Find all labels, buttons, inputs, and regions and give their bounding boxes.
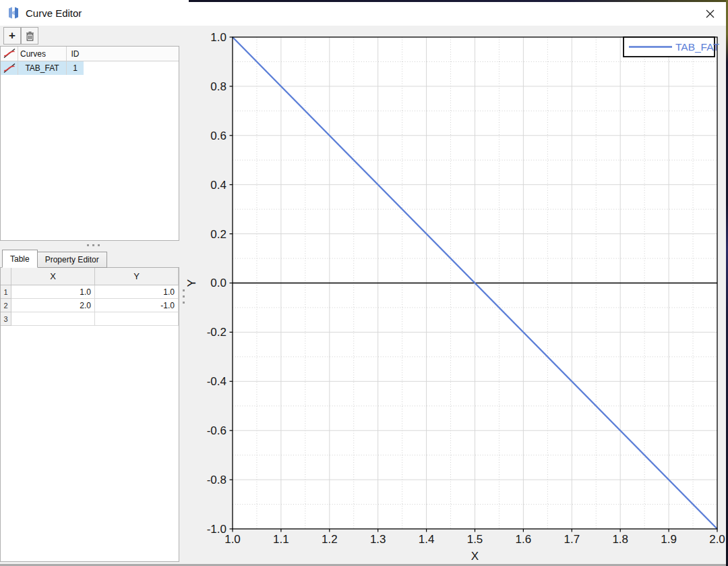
window-titlebar: Curve Editor	[0, 0, 726, 26]
row-number: 3	[1, 312, 11, 326]
legend-entry-label: TAB_FAT	[675, 41, 719, 53]
y-tick-label: 1.0	[210, 31, 226, 44]
tab-table[interactable]: Table	[2, 250, 38, 268]
delete-curve-button[interactable]	[21, 27, 38, 45]
chart-panel: 1.01.11.21.31.41.51.61.71.81.92.01.00.80…	[186, 26, 726, 566]
curve-chart[interactable]: 1.01.11.21.31.41.51.61.71.81.92.01.00.80…	[186, 26, 726, 566]
x-tick-label: 1.4	[419, 533, 435, 546]
row-number-header	[1, 268, 11, 285]
curve-icon	[1, 61, 18, 75]
points-table-header: X Y	[1, 268, 179, 285]
id-column-header: ID	[67, 49, 84, 59]
y-value-cell[interactable]: -1.0	[95, 299, 179, 312]
x-tick-label: 1.6	[516, 533, 532, 546]
legend[interactable]: TAB_FAT	[624, 37, 719, 57]
window-title: Curve Editor	[26, 7, 82, 19]
curve-id: 1	[67, 63, 84, 73]
tab-property-editor[interactable]: Property Editor	[38, 252, 107, 268]
close-icon	[706, 9, 715, 18]
curve-list-item[interactable]: TAB_FAT 1	[1, 61, 84, 75]
x-tick-label: 1.0	[224, 533, 241, 546]
table-row: 3	[1, 312, 179, 326]
y-value-cell[interactable]: 1.0	[95, 285, 179, 299]
x-tick-label: 1.9	[661, 533, 677, 546]
x-tick-label: 1.1	[273, 533, 289, 546]
x-tick-label: 1.2	[322, 533, 338, 546]
trash-icon	[26, 31, 34, 41]
x-tick-label: 1.3	[370, 533, 386, 546]
x-tick-label: 1.8	[612, 533, 628, 546]
x-tick-label: 2.0	[709, 533, 725, 546]
curve-name: TAB_FAT	[18, 61, 67, 75]
curve-editor-window: Curve Editor +	[0, 0, 728, 566]
y-value-cell[interactable]	[95, 312, 179, 326]
y-tick-label: 0.4	[210, 179, 226, 192]
y-tick-label: 0.6	[210, 130, 226, 142]
curves-list-panel: Curves ID TAB_FAT 1	[0, 46, 179, 241]
y-tick-label: 0.8	[210, 80, 226, 93]
curve-icon	[1, 47, 18, 61]
vertical-splitter[interactable]	[181, 284, 186, 308]
curves-column-header: Curves	[18, 47, 67, 61]
x-value-cell[interactable]: 1.0	[11, 285, 95, 299]
x-tick-label: 1.7	[564, 533, 580, 546]
curves-list-header: Curves ID	[1, 47, 179, 61]
table-row: 2 2.0 -1.0	[1, 299, 179, 312]
y-tick-label: -0.8	[207, 474, 226, 486]
y-axis-label: Y	[186, 279, 198, 287]
tab-bar: Table Property Editor	[2, 250, 107, 268]
y-tick-label: -0.4	[207, 375, 226, 388]
row-number: 1	[1, 285, 11, 299]
y-column-header: Y	[95, 268, 179, 285]
x-value-cell[interactable]	[11, 312, 95, 326]
app-logo-icon	[7, 6, 20, 20]
x-axis-label: X	[471, 550, 479, 563]
toolbar: +	[0, 26, 186, 46]
horizontal-splitter[interactable]	[0, 241, 186, 250]
y-tick-label: 0.2	[210, 228, 226, 241]
y-tick-label: -1.0	[207, 523, 226, 536]
y-tick-label: 0.0	[210, 277, 226, 289]
x-value-cell[interactable]: 2.0	[11, 299, 95, 312]
table-row: 1 1.0 1.0	[1, 285, 179, 299]
x-column-header: X	[11, 268, 95, 285]
points-table-panel: X Y 1 1.0 1.0 2 2.0 -1.0 3	[0, 267, 179, 562]
x-tick-label: 1.5	[467, 533, 483, 546]
desktop-edge	[189, 0, 728, 2]
y-tick-label: -0.6	[207, 424, 226, 437]
add-curve-button[interactable]: +	[3, 27, 21, 45]
row-number: 2	[1, 299, 11, 312]
y-tick-label: -0.2	[207, 326, 226, 339]
close-button[interactable]	[703, 7, 717, 20]
